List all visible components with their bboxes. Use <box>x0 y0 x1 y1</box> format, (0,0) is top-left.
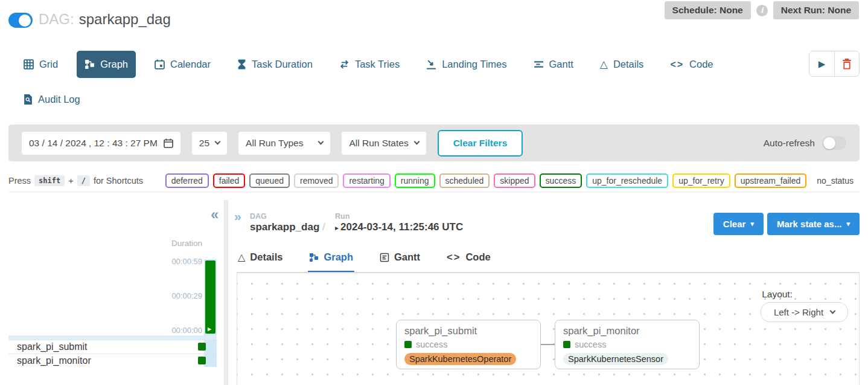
tab-gantt[interactable]: Gantt <box>526 51 581 78</box>
dag-graph-canvas[interactable]: Layout: Left -> Right spark_pi_submit su… <box>237 272 860 385</box>
tab-task-tries[interactable]: Task Tries <box>331 51 407 78</box>
tab-grid[interactable]: Grid <box>16 51 66 78</box>
app-header: DAG:sparkapp_dag Schedule: None i Next R… <box>0 0 868 44</box>
axis-tick: 00:00:00 <box>171 326 202 335</box>
tab-details[interactable]: △ Details <box>592 51 652 78</box>
breadcrumb-dag-name[interactable]: sparkapp_dag / <box>250 221 325 233</box>
clear-filters-button[interactable]: Clear Filters <box>438 130 523 157</box>
grid-sidebar: « Duration 00:00:59 00:00:29 00:00:00 ▶ … <box>0 200 224 385</box>
calendar-picker-icon[interactable] <box>164 138 173 148</box>
graph-icon <box>309 253 319 262</box>
run-tab-code[interactable]: <> Code <box>445 244 492 273</box>
state-badge-running[interactable]: running <box>395 173 435 188</box>
run-states-select[interactable]: All Run States <box>342 132 426 155</box>
tab-audit-log[interactable]: Audit Log <box>16 86 88 113</box>
run-tab-graph[interactable]: Graph <box>308 244 354 273</box>
dag-name: sparkapp_dag <box>79 11 171 27</box>
filter-bar: 03 / 14 / 2024 , 12 : 43 : 27 PM 25 All … <box>8 125 860 161</box>
tab-code[interactable]: <> Code <box>662 51 721 78</box>
state-badge-up-for-reschedule[interactable]: up_for_reschedule <box>586 173 668 188</box>
clear-run-button[interactable]: Clear▾ <box>713 213 764 235</box>
header-badges: Schedule: None i Next Run: None <box>665 1 859 19</box>
breadcrumb-run-value[interactable]: ▸2024-03-14, 11:25:46 UTC <box>335 221 463 233</box>
caret-down-icon: ▾ <box>846 220 850 228</box>
state-badge-queued[interactable]: queued <box>249 173 290 188</box>
state-badge-restarting[interactable]: restarting <box>343 173 390 188</box>
task-node-status: success <box>563 340 691 349</box>
chevron-down-icon <box>215 139 221 145</box>
task-row[interactable]: spark_pi_monitor <box>8 354 217 367</box>
collapse-sidebar-icon[interactable]: « <box>211 208 219 222</box>
state-badge-success[interactable]: success <box>540 173 582 188</box>
base-date-input[interactable]: 03 / 14 / 2024 , 12 : 43 : 27 PM <box>22 132 180 155</box>
shortcut-hint: Press shift + / for Shortcuts <box>8 175 143 186</box>
task-name[interactable]: spark_pi_monitor <box>8 355 91 366</box>
tab-graph[interactable]: Graph <box>77 51 136 78</box>
delete-dag-button[interactable] <box>834 51 859 76</box>
play-icon: ▶ <box>819 59 826 70</box>
shift-key: shift <box>34 175 65 186</box>
dag-action-buttons: ▶ <box>809 51 860 77</box>
task-row[interactable]: spark_pi_submit <box>8 340 217 354</box>
operator-pill: SparkKubernetesSensor <box>563 353 668 365</box>
run-detail-panel: » DAG sparkapp_dag / Run ▸2024-03-14, 11… <box>228 200 868 385</box>
dag-run-duration-bar[interactable] <box>205 260 215 334</box>
num-runs-select[interactable]: 25 <box>192 132 227 155</box>
task-node-status: success <box>404 340 532 349</box>
state-badge-deferred[interactable]: deferred <box>165 173 209 188</box>
panel-resize-handle[interactable] <box>224 200 228 385</box>
gantt-icon <box>534 59 544 70</box>
grid-icon <box>24 59 34 70</box>
state-badge-up-for-retry[interactable]: up_for_retry <box>672 173 730 188</box>
toggle-knob <box>19 15 31 27</box>
expand-panel-icon[interactable]: » <box>234 210 241 222</box>
state-badge-skipped[interactable]: skipped <box>494 173 535 188</box>
slash-key: / <box>77 175 90 186</box>
plane-landing-icon <box>426 59 436 70</box>
calendar-icon <box>155 59 165 70</box>
state-badge-removed[interactable]: removed <box>294 173 339 188</box>
run-action-buttons: Clear▾ Mark state as...▾ <box>713 213 860 235</box>
page-title: DAG:sparkapp_dag <box>39 11 171 28</box>
details-icon: △ <box>600 59 608 70</box>
details-icon: △ <box>238 251 245 263</box>
run-types-select[interactable]: All Run Types <box>238 132 330 155</box>
state-legend: deferred failed queued removed restartin… <box>165 173 860 188</box>
audit-log-icon <box>24 94 33 105</box>
dag-label: DAG: <box>39 11 74 27</box>
breadcrumb-dag-label: DAG <box>250 212 267 221</box>
auto-refresh-toggle[interactable] <box>822 136 846 150</box>
tab-task-duration[interactable]: Task Duration <box>229 51 321 78</box>
state-badge-failed[interactable]: failed <box>213 173 245 188</box>
layout-direction-select[interactable]: Left -> Right <box>761 302 848 322</box>
schedule-badge: Schedule: None <box>665 1 751 19</box>
state-badge-scheduled[interactable]: scheduled <box>439 173 490 188</box>
mark-state-button[interactable]: Mark state as...▾ <box>767 213 860 235</box>
run-tab-details[interactable]: △ Details <box>237 244 284 273</box>
trigger-dag-button[interactable]: ▶ <box>809 51 834 76</box>
layout-label: Layout: <box>762 289 793 300</box>
state-badge-no-status[interactable]: no_status <box>811 173 860 188</box>
next-run-badge: Next Run: None <box>773 1 859 19</box>
tab-landing-times[interactable]: Landing Times <box>418 51 514 78</box>
status-square <box>404 341 412 348</box>
tab-calendar[interactable]: Calendar <box>147 51 219 78</box>
task-instance-square[interactable] <box>198 343 206 351</box>
retry-arrows-icon <box>339 59 349 70</box>
dag-pause-toggle[interactable] <box>8 13 33 28</box>
schedule-info-icon[interactable]: i <box>756 5 768 16</box>
task-node-spark-pi-submit[interactable]: spark_pi_submit success SparkKubernetesO… <box>396 320 541 369</box>
chevron-down-icon <box>318 139 324 145</box>
task-node-spark-pi-monitor[interactable]: spark_pi_monitor success SparkKubernetes… <box>555 320 700 369</box>
auto-refresh-control: Auto-refresh <box>764 136 846 150</box>
run-tab-gantt[interactable]: Gantt <box>378 244 421 273</box>
state-badge-upstream-failed[interactable]: upstream_failed <box>735 173 807 188</box>
legend-row: Press shift + / for Shortcuts deferred f… <box>8 169 860 192</box>
task-name[interactable]: spark_pi_submit <box>8 341 88 352</box>
status-label: success <box>416 340 447 349</box>
run-type-icon: ▸ <box>335 224 339 232</box>
run-tabs: △ Details Graph Gantt <> Code <box>237 244 860 273</box>
task-instance-square[interactable] <box>198 357 206 364</box>
graph-icon <box>85 59 95 70</box>
hourglass-icon <box>237 59 246 70</box>
